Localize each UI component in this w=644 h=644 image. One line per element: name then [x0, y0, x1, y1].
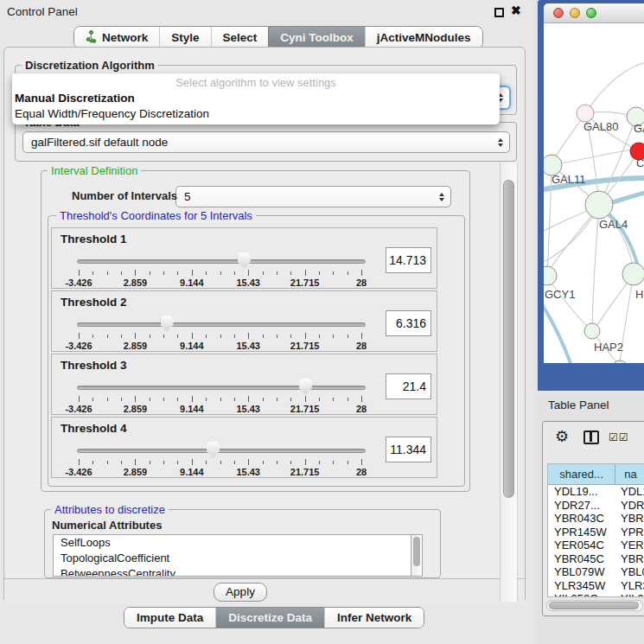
tick-label: 28: [356, 404, 367, 414]
checkboxes-icon[interactable]: ☑☑: [609, 431, 629, 443]
tab-select[interactable]: Select: [211, 27, 269, 48]
table-cell: YBR043C: [548, 512, 615, 526]
table-row[interactable]: YBL079WYBL0...: [548, 565, 644, 579]
slider-track[interactable]: [77, 449, 366, 453]
minimize-traffic-light-icon[interactable]: [570, 8, 580, 18]
table-row[interactable]: YDR27...YDR2...: [548, 499, 644, 513]
network-edge[interactable]: [544, 302, 571, 363]
slider-thumb[interactable]: [238, 252, 251, 269]
table-data-combobox[interactable]: galFiltered.sif default node: [22, 131, 510, 153]
tick-label: 28: [356, 467, 367, 477]
slider-tick-labels: -3.4262.8599.14415.4321.71528: [79, 341, 361, 351]
network-canvas[interactable]: GAL80GACGAL11GAL4GCY1HHAP2: [544, 23, 644, 363]
table-cell: YBL0...: [615, 565, 644, 579]
column-header[interactable]: shared...: [548, 464, 615, 485]
threshold-slider[interactable]: -3.4262.8599.14415.4321.71528: [77, 440, 366, 476]
number-of-intervals-combobox[interactable]: 5: [175, 186, 451, 207]
tab-cyni-toolbox[interactable]: Cyni Toolbox: [268, 27, 365, 48]
table-panel-title: Table Panel: [548, 399, 609, 411]
column-header[interactable]: na: [615, 464, 644, 485]
interval-definition-label: Interval Definition: [48, 164, 141, 177]
slider-track[interactable]: [77, 322, 366, 327]
tick-label: 28: [356, 277, 367, 288]
table-cell: YIL0...: [615, 592, 644, 597]
network-edge[interactable]: [547, 277, 589, 328]
attributes-list[interactable]: SelfLoopsTopologicalCoefficientBetweenne…: [53, 534, 423, 577]
tab-infer-network[interactable]: Infer Network: [324, 608, 424, 628]
table-row[interactable]: YBR043CYBR0...: [548, 512, 644, 526]
tab-label: Select: [223, 31, 258, 44]
dropdown-option[interactable]: Manual Discretization: [15, 92, 497, 106]
tick-label: 21.715: [290, 467, 320, 477]
attributes-group-label: Attributes to discretize: [51, 503, 169, 516]
table-cell: YBR0...: [615, 512, 644, 526]
panel-vertical-scrollbar[interactable]: [500, 163, 518, 602]
dropdown-option[interactable]: Equal Width/Frequency Discretization: [15, 107, 497, 122]
network-node[interactable]: [577, 105, 594, 122]
network-node[interactable]: [622, 263, 644, 285]
network-canvas-svg: GAL80GACGAL11GAL4GCY1HHAP2: [544, 23, 644, 363]
slider-thumb[interactable]: [299, 379, 312, 395]
table-row[interactable]: YBR045CYBR0...: [548, 552, 644, 566]
columns-icon[interactable]: [583, 430, 599, 444]
attribute-list-item[interactable]: SelfLoops: [54, 535, 422, 551]
network-node[interactable]: [612, 360, 628, 363]
close-traffic-light-icon[interactable]: [553, 8, 564, 18]
tab-network[interactable]: Network: [74, 27, 159, 48]
float-window-icon[interactable]: [494, 8, 504, 17]
close-icon[interactable]: ✖: [511, 3, 521, 17]
network-node[interactable]: [544, 266, 557, 285]
slider-track[interactable]: [77, 386, 366, 390]
network-edge[interactable]: [592, 207, 599, 329]
network-node[interactable]: [584, 323, 600, 339]
threshold-slider[interactable]: -3.4262.8599.14415.4321.71528: [77, 377, 366, 413]
threshold-value-field[interactable]: 21.4: [386, 373, 431, 399]
cyni-toolbox-panel: Discretization Algorithm Select algorith…: [3, 47, 526, 603]
dropdown-placeholder: Select algorithm to view settings: [12, 76, 500, 89]
table-row[interactable]: YER054CYER0...: [548, 539, 644, 552]
network-edge[interactable]: [585, 61, 644, 113]
tab-discretize-data[interactable]: Discretize Data: [215, 608, 324, 628]
scrollbar-thumb[interactable]: [503, 180, 514, 498]
table-row[interactable]: YPR145WYPR1...: [548, 526, 644, 539]
bottom-tab-bar: Impute Data Discretize Data Infer Networ…: [124, 607, 424, 628]
tab-jactivemnodules[interactable]: jActiveMNodules: [365, 27, 482, 48]
threshold-value-field[interactable]: 6.316: [386, 310, 431, 336]
table-horizontal-scrollbar[interactable]: [546, 600, 643, 611]
attribute-list-item[interactable]: BetweennessCentrality: [54, 566, 422, 577]
tick-label: 9.144: [180, 341, 204, 351]
slider-track[interactable]: [77, 259, 366, 264]
slider-thumb[interactable]: [161, 316, 174, 332]
threshold-label: Threshold 2: [61, 296, 127, 309]
threshold-slider[interactable]: -3.4262.8599.14415.4321.71528: [77, 251, 366, 287]
threshold-label: Threshold 3: [61, 359, 127, 372]
scrollbar-thumb[interactable]: [413, 537, 420, 566]
table-row[interactable]: YLR345WYLR3...: [548, 579, 644, 593]
slider-thumb[interactable]: [207, 442, 220, 458]
tick-label: 21.715: [290, 341, 320, 351]
zoom-traffic-light-icon[interactable]: [586, 8, 596, 18]
slider-tick-labels: -3.4262.8599.14415.4321.71528: [79, 277, 361, 288]
scrollbar-thumb[interactable]: [549, 602, 639, 609]
network-edge[interactable]: [544, 208, 594, 233]
gear-icon[interactable]: ⚙: [555, 427, 569, 446]
apply-button[interactable]: Apply: [214, 583, 267, 602]
table-cell: YDR27...: [548, 499, 615, 513]
table-cell: YDL1...: [615, 485, 644, 499]
node-table: shared... na YDL19...YDL1...YDR27...YDR2…: [547, 463, 644, 597]
numerical-attributes-label: Numerical Attributes: [48, 519, 165, 532]
tab-impute-data[interactable]: Impute Data: [124, 608, 215, 628]
attributes-list-scrollbar[interactable]: [411, 534, 423, 577]
threshold-value-field[interactable]: 14.713: [386, 247, 431, 273]
slider-tick-labels: -3.4262.8599.14415.4321.71528: [79, 467, 361, 477]
threshold-slider[interactable]: -3.4262.8599.14415.4321.71528: [77, 314, 366, 350]
tab-style[interactable]: Style: [159, 27, 210, 48]
tick-label: 15.43: [236, 341, 260, 351]
tick-label: 21.715: [290, 277, 320, 288]
attribute-list-item[interactable]: TopologicalCoefficient: [54, 551, 422, 566]
network-window-titlebar[interactable]: [544, 3, 644, 23]
network-node[interactable]: [585, 191, 613, 219]
table-row[interactable]: YDL19...YDL1...: [548, 485, 644, 499]
threshold-value-field[interactable]: 11.344: [386, 437, 431, 462]
table-row[interactable]: YIL052CYIL0...: [548, 592, 644, 597]
